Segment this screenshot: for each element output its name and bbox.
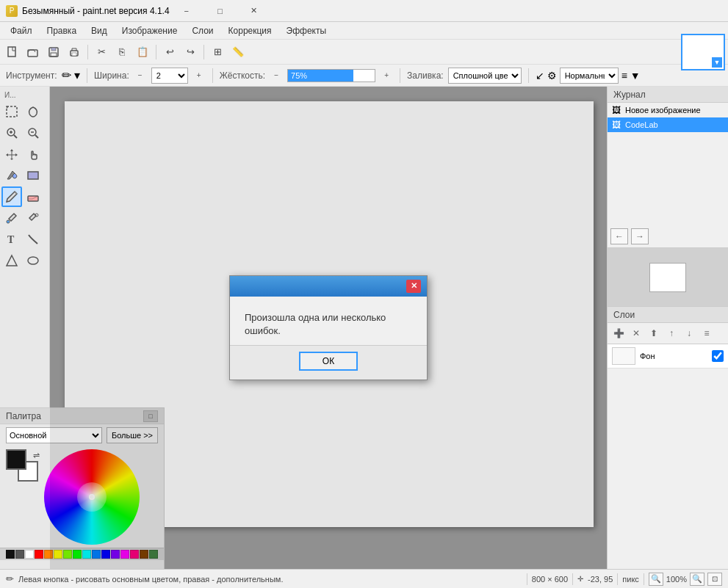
fg-color-swatch[interactable] — [6, 449, 26, 470]
canvas-thumbnail[interactable]: ▼ — [681, 34, 725, 70]
menu-layers[interactable]: Слои — [184, 23, 220, 39]
width-plus-button[interactable]: + — [192, 69, 206, 82]
journal-redo-button[interactable]: → — [631, 228, 649, 244]
blend-select[interactable]: Нормальный — [560, 68, 619, 84]
palette-title: Палитра — [6, 411, 41, 421]
tool-rect-select2[interactable] — [23, 165, 43, 186]
tool-select-lasso[interactable] — [23, 101, 43, 122]
menu-correction[interactable]: Коррекция — [221, 23, 279, 39]
undo-button[interactable]: ↩ — [160, 43, 179, 62]
minimize-button[interactable]: − — [170, 0, 203, 22]
blend-icon2: ⚙ — [547, 70, 557, 81]
layers-header: Слои — [608, 307, 728, 323]
hardness-slider[interactable]: 75% — [287, 69, 375, 82]
print-button[interactable] — [65, 43, 84, 62]
title-bar: P Безымянный - paint.net версия 4.1.4 − … — [0, 0, 728, 22]
status-image-size: 800 × 600 — [532, 575, 568, 584]
tool-eraser[interactable] — [23, 186, 43, 207]
blend-more-icon[interactable]: ≡ — [621, 70, 627, 81]
maximize-button[interactable]: □ — [203, 0, 237, 22]
redo-button[interactable]: ↪ — [181, 43, 200, 62]
journal-item-icon-new: 🖼 — [612, 105, 622, 115]
tool-move[interactable] — [1, 144, 22, 164]
width-select[interactable]: 2468 — [151, 68, 188, 84]
tool-dropper[interactable] — [1, 208, 22, 228]
blend-mode-area: ↙ ⚙ Нормальный ≡ ▼ — [536, 68, 641, 84]
tool-zoom-out[interactable] — [23, 123, 43, 143]
options-bar: Инструмент: ✏ ▾ Ширина: − 2468 + Жёсткос… — [0, 65, 728, 87]
journal-item-codelab[interactable]: 🖼 CodeLab — [608, 117, 728, 132]
svg-marker-20 — [7, 255, 17, 266]
status-div3 — [617, 573, 618, 585]
layer-visible-bg[interactable] — [712, 350, 724, 362]
open-button[interactable] — [24, 43, 43, 62]
layer-thumb-bg — [612, 347, 635, 365]
journal-item-new[interactable]: 🖼 Новое изображение — [608, 103, 728, 117]
tool-shape[interactable] — [1, 250, 22, 271]
tool-row-1 — [1, 101, 48, 122]
zoom-out-button[interactable]: 🔍 — [649, 573, 663, 586]
tool-select-rect[interactable] — [1, 101, 22, 122]
layer-duplicate-button[interactable]: ⬆ — [646, 326, 662, 341]
menu-file[interactable]: Файл — [3, 23, 40, 39]
zoom-in-button[interactable]: 🔍 — [690, 573, 704, 586]
hardness-minus-button[interactable]: − — [270, 69, 283, 82]
tool-fill[interactable] — [1, 165, 22, 186]
swatch-dark-gray[interactable] — [15, 550, 24, 559]
fill-select[interactable]: Сплошной цвет — [448, 68, 522, 84]
layer-settings-button[interactable]: ≡ — [699, 326, 715, 341]
swatch-black[interactable] — [6, 550, 15, 559]
tool-selector[interactable]: ✏ ▾ — [62, 68, 80, 82]
status-unit: пикс — [622, 575, 639, 584]
layer-down-button[interactable]: ↓ — [681, 326, 697, 341]
swap-colors-icon[interactable]: ⇌ — [33, 451, 40, 460]
layer-up-button[interactable]: ↑ — [663, 326, 680, 341]
tool-text[interactable]: T — [1, 229, 22, 250]
svg-point-21 — [28, 257, 38, 264]
menu-view[interactable]: Вид — [84, 23, 115, 39]
tool-clone[interactable] — [23, 208, 43, 228]
toolbar-sep2 — [156, 45, 156, 59]
fill-label: Заливка: — [407, 70, 444, 81]
copy-button[interactable]: ⎘ — [112, 43, 131, 62]
tool-pencil[interactable] — [1, 186, 22, 207]
svg-line-9 — [14, 135, 17, 138]
journal-nav: ← → — [608, 225, 728, 247]
tool-ellipse[interactable] — [23, 250, 43, 271]
grid-button[interactable]: ⊞ — [208, 43, 227, 62]
cut-button[interactable]: ✂ — [92, 43, 111, 62]
status-zoom-area: 🔍 100% 🔍 ⊡ — [649, 573, 722, 586]
image-preview — [649, 263, 686, 292]
swatch-red[interactable] — [35, 550, 43, 559]
tool-row-2 — [1, 123, 48, 143]
layer-delete-button[interactable]: ✕ — [628, 326, 644, 341]
close-button[interactable]: ✕ — [237, 0, 271, 22]
layer-item-bg[interactable]: Фон — [608, 344, 728, 369]
tool-hand[interactable] — [23, 144, 43, 164]
ruler-button[interactable]: 📏 — [228, 43, 248, 62]
blend-down-icon[interactable]: ▼ — [630, 70, 641, 81]
dialog-ok-button[interactable]: ОК — [299, 352, 358, 371]
journal-undo-button[interactable]: ← — [610, 228, 628, 244]
thumbnail-drop-icon: ▼ — [712, 57, 722, 68]
hardness-plus-button[interactable]: + — [380, 69, 393, 82]
svg-line-13 — [35, 135, 38, 138]
save-button[interactable] — [44, 43, 63, 62]
menu-image[interactable]: Изображение — [115, 23, 185, 39]
width-label: Ширина: — [94, 70, 129, 81]
tool-line[interactable] — [23, 229, 43, 250]
tool-zoom-in[interactable] — [1, 123, 22, 143]
svg-text:T: T — [7, 234, 15, 245]
status-cursor-icon: ✛ — [577, 575, 583, 583]
layer-add-button[interactable]: ➕ — [610, 326, 627, 341]
swatch-white[interactable] — [25, 550, 34, 559]
paste-button[interactable]: 📋 — [133, 43, 152, 62]
menu-effects[interactable]: Эффекты — [279, 23, 334, 39]
new-button[interactable] — [3, 43, 22, 62]
menu-edit[interactable]: Правка — [40, 23, 84, 39]
svg-rect-7 — [7, 106, 17, 117]
zoom-fit-button[interactable]: ⊡ — [707, 573, 722, 586]
journal-header: Журнал — [608, 87, 728, 103]
width-minus-button[interactable]: − — [134, 69, 147, 82]
dialog-close-button[interactable]: ✕ — [406, 280, 421, 293]
